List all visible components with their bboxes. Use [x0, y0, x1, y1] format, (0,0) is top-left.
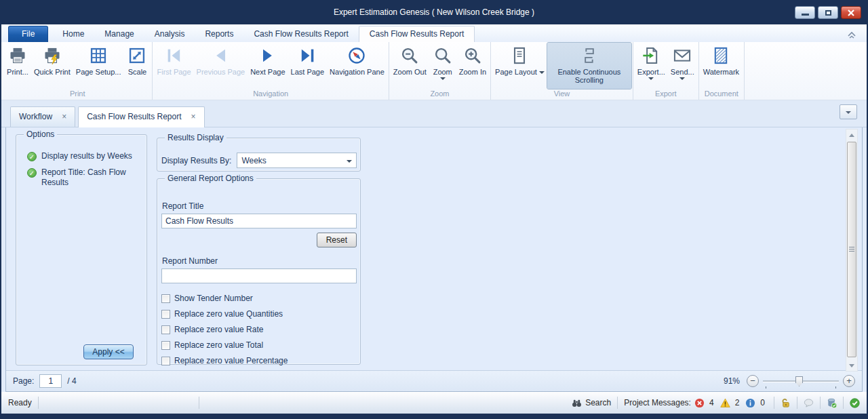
previous-page-icon — [210, 45, 231, 66]
zoom-icon — [432, 45, 454, 66]
first-page-label: First Page — [157, 68, 191, 76]
zoom-out-button[interactable]: Zoom Out — [391, 43, 429, 89]
database-icon[interactable] — [827, 398, 837, 408]
zoom-slider[interactable] — [763, 375, 839, 387]
tab-analysis[interactable]: Analysis — [144, 26, 195, 42]
checkbox-row: Replace zero value Percentage — [161, 356, 357, 365]
close-button[interactable] — [841, 6, 861, 19]
close-tab-icon[interactable]: × — [191, 113, 196, 120]
replace-zero-percentage-checkbox[interactable] — [161, 357, 170, 365]
apply-button[interactable]: Apply << — [83, 344, 134, 359]
project-messages[interactable]: Project Messages: 4 2 0 — [624, 398, 768, 408]
general-report-options-group: General Report Options Report Title Rese… — [157, 178, 361, 365]
chevron-down-icon — [539, 71, 545, 74]
zoom-in-slider-button[interactable]: + — [843, 375, 855, 387]
tab-manage[interactable]: Manage — [94, 26, 144, 42]
ribbon-group-print: Print... Quick Print Page Setup... — [3, 42, 153, 100]
collapse-ribbon-button[interactable] — [846, 31, 857, 39]
watermark-button[interactable]: Watermark — [701, 43, 742, 89]
replace-zero-total-checkbox[interactable] — [161, 341, 170, 350]
page-setup-button[interactable]: Page Setup... — [73, 43, 124, 89]
report-number-input[interactable] — [161, 268, 357, 283]
comment-icon[interactable] — [804, 398, 814, 408]
report-title-input[interactable] — [161, 214, 357, 228]
zoom-out-icon — [399, 45, 420, 66]
results-display-legend: Results Display — [165, 133, 226, 142]
binoculars-icon — [572, 398, 582, 408]
send-label: Send... — [671, 68, 694, 76]
first-page-button: First Page — [154, 43, 193, 89]
divider — [617, 397, 618, 409]
page-number-input[interactable] — [39, 374, 62, 388]
close-tab-icon[interactable]: × — [62, 113, 66, 120]
export-button[interactable]: Export... — [635, 43, 668, 89]
zoom-in-button[interactable]: Zoom In — [456, 43, 489, 89]
zoom-slider-thumb[interactable] — [795, 376, 803, 386]
vertical-scrollbar[interactable] — [846, 129, 858, 372]
chevron-down-icon — [846, 111, 851, 114]
next-page-button[interactable]: Next Page — [248, 43, 288, 89]
tab-list-dropdown-button[interactable] — [840, 104, 857, 119]
ribbon-group-export: Export... Send... Export — [633, 42, 699, 100]
show-tender-number-checkbox[interactable] — [161, 294, 170, 303]
page-layout-button[interactable]: Page Layout — [492, 43, 547, 89]
scale-icon — [126, 45, 148, 66]
status-bar: Ready Search Project Messages: 4 2 0 — [1, 392, 867, 414]
export-icon — [640, 45, 662, 66]
scale-label: Scale — [128, 68, 147, 76]
zoom-percentage: 91% — [724, 376, 740, 386]
doc-tab-workflow-label: Workflow — [19, 112, 52, 121]
display-results-by-select[interactable]: Weeks — [237, 153, 357, 168]
tab-file[interactable]: File — [8, 26, 48, 42]
error-icon — [694, 398, 705, 408]
scrollbar-thumb[interactable] — [847, 142, 856, 357]
ribbon: Print... Quick Print Page Setup... — [1, 42, 867, 100]
page-setup-icon — [87, 45, 109, 66]
quick-print-button[interactable]: Quick Print — [31, 43, 73, 89]
minimize-button[interactable] — [795, 6, 815, 19]
doc-tab-cash-flow-results-report[interactable]: Cash Flow Results Report × — [78, 106, 204, 127]
reset-button[interactable]: Reset — [317, 233, 357, 247]
option-item-label: Display results by Weeks — [41, 151, 132, 161]
status-ok-icon — [850, 398, 860, 408]
doc-tab-workflow[interactable]: Workflow × — [10, 106, 75, 127]
scroll-down-button[interactable] — [846, 360, 857, 371]
ribbon-group-document-label: Document — [701, 89, 743, 100]
tab-reports[interactable]: Reports — [195, 26, 243, 42]
tab-cash-flow-results-report[interactable]: Cash Flow Results Report — [243, 26, 358, 42]
quick-print-label: Quick Print — [34, 68, 71, 76]
replace-zero-rate-checkbox[interactable] — [161, 325, 170, 334]
print-button[interactable]: Print... — [4, 43, 31, 89]
tab-home[interactable]: Home — [52, 26, 94, 42]
tab-cash-flow-results-report-active[interactable]: Cash Flow Results Report — [359, 26, 475, 42]
replace-zero-quantities-checkbox[interactable] — [161, 310, 170, 319]
window-title: Expert Estimation Genesis ( New Wilson C… — [334, 7, 534, 17]
last-page-button[interactable]: Last Page — [288, 43, 328, 89]
ribbon-group-view: Page Layout Enable Continuous Scrolling … — [491, 42, 633, 100]
zoom-out-slider-button[interactable]: − — [747, 375, 759, 387]
lock-icon[interactable] — [781, 398, 791, 408]
chevron-down-icon — [679, 77, 685, 80]
send-button[interactable]: Send... — [668, 43, 697, 89]
watermark-label: Watermark — [703, 68, 739, 76]
options-panel: Options ✓ Display results by Weeks ✓ Rep… — [16, 134, 147, 365]
navigation-pane-button[interactable]: Navigation Pane — [327, 43, 387, 89]
zoom-button[interactable]: Zoom — [429, 43, 456, 89]
send-icon — [671, 45, 693, 66]
grip-icon — [849, 247, 854, 252]
first-page-icon — [163, 45, 185, 66]
checkbox-label: Replace zero value Quantities — [174, 309, 283, 319]
workspace: Options ✓ Display results by Weeks ✓ Rep… — [6, 127, 862, 370]
app-window: Expert Estimation Genesis ( New Wilson C… — [0, 0, 868, 419]
search-button[interactable]: Search — [572, 398, 611, 408]
scroll-up-button[interactable] — [846, 129, 857, 140]
zoom-label: Zoom — [433, 68, 452, 76]
checkbox-row: Replace zero value Quantities — [161, 309, 357, 319]
enable-continuous-scrolling-button[interactable]: Enable Continuous Scrolling — [547, 43, 631, 89]
previous-page-button: Previous Page — [194, 43, 248, 89]
restore-button[interactable] — [818, 6, 838, 19]
divider — [820, 397, 821, 409]
search-label: Search — [585, 398, 611, 407]
scrollbar-track[interactable] — [846, 140, 857, 360]
scale-button[interactable]: Scale — [123, 43, 151, 89]
